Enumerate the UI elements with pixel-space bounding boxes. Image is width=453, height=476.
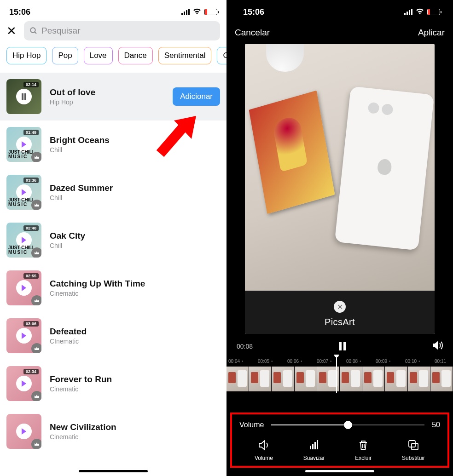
song-row[interactable]: 02:55Catching Up With TimeCinematic [0, 264, 226, 312]
premium-crown-icon [31, 247, 41, 258]
premium-crown-icon [31, 439, 41, 449]
song-thumbnail[interactable]: 02:14 [6, 79, 41, 114]
chip-love[interactable]: Love [84, 47, 113, 64]
timeline-frame[interactable] [408, 367, 430, 391]
cancel-button[interactable]: Cancelar [235, 28, 270, 38]
pause-icon[interactable] [16, 89, 32, 104]
chip-hiphop[interactable]: Hip Hop [6, 47, 46, 64]
svg-rect-4 [310, 446, 311, 449]
cellular-icon [404, 9, 412, 15]
duration-badge: 02:55 [23, 273, 39, 279]
battery-icon [427, 9, 440, 15]
watermark-label: PicsArt [325, 317, 355, 327]
song-title: New Civilization [50, 422, 220, 432]
timeline-frame[interactable] [340, 367, 362, 391]
playhead[interactable] [336, 356, 337, 393]
song-info: Oak CityChill [50, 231, 220, 249]
play-icon[interactable] [16, 280, 32, 296]
song-row[interactable]: 03:36JUST CHILLMUSICDazed SummerChill [0, 168, 226, 216]
chip-dance[interactable]: Dance [118, 47, 153, 64]
volume-value: 50 [432, 421, 440, 429]
volume-knob[interactable] [344, 421, 352, 429]
premium-crown-icon [31, 152, 41, 162]
status-time: 15:06 [9, 7, 30, 17]
tool-suavizar[interactable]: Suavizar [303, 439, 325, 461]
wifi-icon [415, 7, 424, 17]
volume-slider[interactable] [271, 424, 424, 425]
song-row[interactable]: New CivilizationCinematic [0, 407, 226, 455]
song-title: Defeated [50, 327, 220, 337]
status-time: 15:06 [243, 7, 264, 17]
home-indicator[interactable] [305, 470, 374, 472]
cellular-icon [181, 9, 190, 15]
video-preview[interactable]: ✕ PicsArt [245, 44, 435, 334]
timeline-strip[interactable] [226, 367, 453, 391]
song-genre: Cinematic [50, 385, 220, 393]
tool-excluir[interactable]: Excluir [355, 439, 372, 461]
play-icon[interactable] [16, 376, 32, 391]
duration-badge: 02:48 [23, 225, 39, 231]
volume-icon [258, 439, 270, 451]
search-input[interactable]: Pesquisar [24, 21, 220, 40]
sound-icon[interactable] [432, 340, 443, 352]
volume-label: Volume [239, 421, 264, 429]
search-placeholder: Pesquisar [41, 26, 81, 36]
song-row[interactable]: 01:49JUST CHILLMUSICBright OceansChill [0, 120, 226, 168]
song-title: Out of love [50, 87, 164, 97]
premium-crown-icon [31, 295, 41, 305]
timeline-frame[interactable] [272, 367, 294, 391]
duration-badge: 02:14 [23, 82, 39, 87]
ruler-tick: 00:11 [435, 359, 453, 364]
song-row[interactable]: 02:34Forever to RunCinematic [0, 360, 226, 407]
duration-badge: 03:06 [23, 321, 39, 327]
svg-point-0 [30, 28, 35, 33]
chip-pop[interactable]: Pop [52, 47, 78, 64]
timeline-frame[interactable] [362, 367, 385, 391]
pause-button[interactable] [339, 342, 346, 350]
song-thumbnail[interactable]: 03:36JUST CHILLMUSIC [6, 175, 41, 210]
song-genre: Cinematic [50, 433, 220, 441]
chip-sentimental[interactable]: Sentimental [158, 47, 212, 64]
chip-more[interactable]: Ch [217, 47, 226, 64]
timeline-frame[interactable] [249, 367, 272, 391]
play-icon[interactable] [16, 424, 32, 439]
song-info: New CivilizationCinematic [50, 422, 220, 441]
song-row[interactable]: 02:48JUST CHILLMUSICOak CityChill [0, 216, 226, 264]
song-row[interactable]: 02:14Out of loveHip HopAdicionar [0, 73, 226, 120]
premium-crown-icon [31, 343, 41, 353]
song-thumbnail[interactable] [6, 414, 41, 449]
tool-volume[interactable]: Volume [255, 439, 273, 461]
genre-chips: Hip Hop Pop Love Dance Sentimental Ch [0, 45, 226, 73]
duration-badge: 01:49 [23, 130, 39, 135]
song-thumbnail[interactable]: 02:34 [6, 366, 41, 401]
play-icon[interactable] [16, 328, 32, 344]
status-bar: 15:06 [226, 0, 453, 21]
timeline-frame[interactable] [430, 367, 453, 391]
add-button[interactable]: Adicionar [173, 87, 220, 106]
timeline-frame[interactable] [226, 367, 249, 391]
song-title: Forever to Run [50, 374, 220, 384]
tool-label: Excluir [355, 455, 372, 461]
svg-rect-6 [314, 442, 316, 449]
timeline-frame[interactable] [385, 367, 407, 391]
ruler-tick: 00:09• [376, 359, 404, 364]
preview-object-lamp [266, 44, 304, 72]
song-row[interactable]: 03:06DefeatedCInematic [0, 312, 226, 360]
apply-button[interactable]: Aplicar [418, 28, 445, 38]
song-info: Dazed SummerChill [50, 183, 220, 201]
song-thumbnail[interactable]: 02:48JUST CHILLMUSIC [6, 223, 41, 258]
song-thumbnail[interactable]: 02:55 [6, 270, 41, 305]
song-thumbnail[interactable]: 01:49JUST CHILLMUSIC [6, 127, 41, 162]
close-icon[interactable]: ✕ [6, 24, 17, 38]
svg-rect-2 [22, 93, 23, 100]
ruler-tick: 00:07• [317, 359, 345, 364]
song-genre: Hip Hop [50, 98, 164, 106]
song-thumbnail[interactable]: 03:06 [6, 318, 41, 353]
suavizar-icon [308, 439, 320, 451]
home-indicator[interactable] [79, 470, 148, 472]
timeline-frame[interactable] [295, 367, 317, 391]
remove-watermark-icon[interactable]: ✕ [334, 301, 346, 313]
ruler-tick: 00:10• [405, 359, 434, 364]
song-info: Out of loveHip Hop [50, 87, 164, 106]
tool-substituir[interactable]: Substituir [402, 439, 425, 461]
